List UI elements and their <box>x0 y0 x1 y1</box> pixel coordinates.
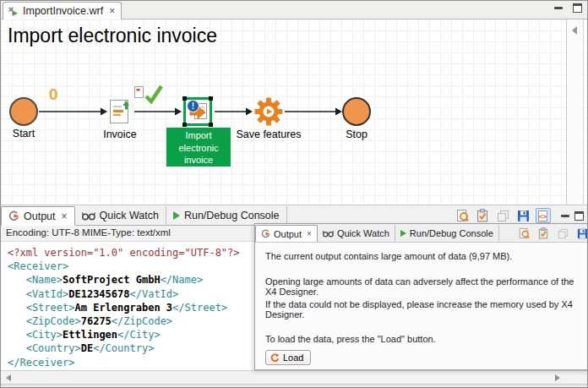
copy-icon[interactable] <box>555 226 570 241</box>
tab-output-label: Output <box>24 210 56 222</box>
fp-message-load-hint: To load the data, press the "Load" butto… <box>265 334 581 344</box>
selection-handle[interactable] <box>182 96 187 101</box>
window-bottom-edge <box>1 384 587 388</box>
floating-output-panel: Output × Quick Watch Run/Debug Console <box>254 223 588 370</box>
fp-tab-quick-watch[interactable]: Quick Watch <box>318 225 395 242</box>
search-document-icon[interactable] <box>516 226 531 241</box>
tab-quick-watch-label: Quick Watch <box>100 210 159 221</box>
fp-message-performance: Opening large amounts of data can advers… <box>265 276 581 297</box>
svg-text:!: ! <box>192 101 194 111</box>
tab-close-icon[interactable]: × <box>109 5 115 17</box>
node-save-features-label: Save features <box>235 128 302 140</box>
node-invoice-label: Invoice <box>95 128 145 140</box>
fp-tab-output-close-icon[interactable]: × <box>307 229 312 238</box>
node-save-features[interactable] <box>254 97 283 126</box>
load-button-label: Load <box>283 352 303 363</box>
view-source-icon[interactable]: <> <box>536 208 551 223</box>
selection-handle[interactable] <box>209 96 213 101</box>
stop-circle-icon <box>342 97 371 126</box>
token-counter: 0 <box>49 85 58 104</box>
tab-importinvoice-wrf[interactable]: ImportInvoice.wrf × <box>3 2 122 19</box>
tab-quick-watch[interactable]: Quick Watch <box>75 206 166 225</box>
palette-collapse-arrow[interactable] <box>572 26 577 35</box>
workflow-canvas[interactable]: Import electronic invoice 0 Start <box>1 19 587 205</box>
scroll-left-arrow-icon[interactable] <box>6 374 11 381</box>
load-button[interactable]: Load <box>265 350 311 365</box>
quick-watch-glasses-icon <box>323 230 334 238</box>
workflow-file-icon <box>8 6 19 17</box>
fp-tab-quick-watch-label: Quick Watch <box>337 228 389 238</box>
tab-title: ImportInvoice.wrf <box>23 5 103 17</box>
node-start-label: Start <box>4 128 43 139</box>
run-debug-icon <box>400 230 406 237</box>
gear-icon <box>254 97 283 126</box>
svg-text:<>: <> <box>539 213 547 221</box>
tab-output[interactable]: Output × <box>1 206 75 226</box>
console-minimize-icon[interactable] <box>561 215 569 217</box>
node-import-label: Import electronic invoice <box>166 128 231 167</box>
fp-toolbar <box>516 226 588 241</box>
maximize-icon[interactable] <box>573 3 582 13</box>
output-icon <box>261 229 270 238</box>
search-document-icon[interactable] <box>455 208 470 223</box>
x4-designer-window: ImportInvoice.wrf × Import electronic in… <box>0 0 588 388</box>
quick-watch-glasses-icon <box>82 211 95 221</box>
clipboard-check-icon[interactable] <box>536 226 551 241</box>
selection-handle[interactable] <box>182 123 187 127</box>
fp-tab-output[interactable]: Output × <box>255 225 318 242</box>
fp-tab-output-label: Output <box>274 229 302 239</box>
tab-run-debug-label: Run/Debug Console <box>184 210 280 221</box>
import-invoice-icon: ! <box>186 100 210 123</box>
editor-tabbar: ImportInvoice.wrf × <box>1 1 587 19</box>
scroll-right-arrow-icon[interactable] <box>555 374 560 381</box>
fp-tab-run-debug-console[interactable]: Run/Debug Console <box>395 225 499 242</box>
output-icon <box>8 210 19 221</box>
fp-tab-run-debug-label: Run/Debug Console <box>410 228 493 238</box>
editor-window-controls <box>554 3 582 13</box>
start-circle-icon <box>9 97 38 126</box>
fp-message-memory: If the data could not be displayed, plea… <box>265 299 581 320</box>
console-maximize-icon[interactable] <box>574 211 584 221</box>
minimize-icon[interactable] <box>554 7 563 9</box>
save-icon[interactable] <box>515 208 531 223</box>
invoice-document-icon <box>107 98 133 125</box>
node-start[interactable] <box>9 97 38 126</box>
node-import-electronic-invoice[interactable]: ! <box>183 97 212 126</box>
validation-check-icon <box>133 84 164 106</box>
palette-strip[interactable] <box>566 19 584 205</box>
load-refresh-icon <box>270 353 280 363</box>
node-invoice[interactable] <box>107 98 133 125</box>
save-icon[interactable] <box>574 226 588 241</box>
horizontal-scrollbar[interactable] <box>1 370 587 384</box>
run-debug-icon <box>173 211 180 220</box>
clipboard-check-icon[interactable] <box>475 208 490 223</box>
copy-icon[interactable] <box>495 208 510 223</box>
fp-message-area: The current output contains large amount… <box>255 242 588 369</box>
selection-handle[interactable] <box>209 123 213 127</box>
node-stop[interactable] <box>342 97 371 126</box>
console-toolbar: <> <box>455 208 584 223</box>
tab-output-close-icon[interactable]: × <box>62 210 68 222</box>
fp-message-size: The current output contains large amount… <box>265 251 581 261</box>
flow-connectors <box>1 19 587 205</box>
floating-panel-tabbar: Output × Quick Watch Run/Debug Console <box>255 224 588 242</box>
tab-run-debug-console[interactable]: Run/Debug Console <box>166 206 287 225</box>
node-stop-label: Stop <box>337 128 376 140</box>
